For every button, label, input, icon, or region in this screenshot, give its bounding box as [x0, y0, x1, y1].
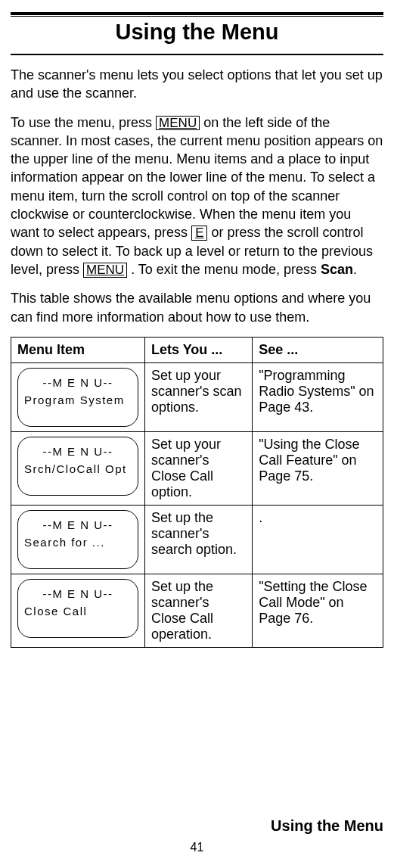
- scan-key-label: Scan: [321, 262, 353, 277]
- cell-lcd: --M E N U-- Srch/CloCall Opt: [11, 431, 145, 505]
- intro-paragraph-2: To use the menu, press MENU on the left …: [11, 114, 383, 279]
- cell-lets-you: Set up the scanner's Close Call operatio…: [145, 574, 253, 647]
- p2-mid1: on the left side of the scanner. In most…: [11, 115, 383, 241]
- lcd-line-2: Srch/CloCall Opt: [24, 462, 132, 475]
- page-title: Using the Menu: [116, 20, 279, 44]
- table-row: --M E N U-- Close Call Set up the scanne…: [11, 574, 383, 647]
- menu-options-table: Menu Item Lets You ... See ... --M E N U…: [11, 337, 383, 648]
- lcd-display: --M E N U-- Close Call: [17, 579, 138, 638]
- menu-key-icon-2: MENU: [83, 263, 127, 278]
- e-key-icon: E: [191, 226, 207, 241]
- lcd-line-1: --M E N U--: [24, 445, 132, 458]
- lcd-display: --M E N U-- Search for ...: [17, 510, 138, 569]
- p2-suffix: .: [353, 262, 357, 277]
- lcd-line-2: Search for ...: [24, 536, 132, 549]
- cell-see: .: [253, 505, 383, 574]
- cell-lcd: --M E N U-- Program System: [11, 362, 145, 431]
- table-row: --M E N U-- Program System Set up your s…: [11, 362, 383, 431]
- lcd-line-1: --M E N U--: [24, 518, 132, 531]
- cell-lets-you: Set up your scanner's scan options.: [145, 362, 253, 431]
- running-footer: Using the Menu: [271, 817, 383, 835]
- cell-see: "Programming Radio Systems" on Page 43.: [253, 362, 383, 431]
- lcd-line-2: Program System: [24, 394, 132, 406]
- lcd-line-1: --M E N U--: [24, 587, 132, 600]
- lcd-display: --M E N U-- Program System: [17, 368, 138, 427]
- cell-see: "Setting the Close Call Mode" on Page 76…: [253, 574, 383, 647]
- page-title-inner: Using the Menu: [11, 16, 383, 45]
- lcd-display: --M E N U-- Srch/CloCall Opt: [17, 437, 138, 496]
- cell-lets-you: Set up the scanner's search option.: [145, 505, 253, 574]
- p2-prefix: To use the menu, press: [11, 115, 156, 130]
- table-header-row: Menu Item Lets You ... See ...: [11, 337, 383, 362]
- col-lets-you: Lets You ...: [145, 337, 253, 362]
- lcd-line-2: Close Call: [24, 605, 132, 618]
- col-menu-item: Menu Item: [11, 337, 145, 362]
- cell-lcd: --M E N U-- Search for ...: [11, 505, 145, 574]
- page-title-bar: Using the Menu: [11, 12, 383, 55]
- menu-key-icon: MENU: [156, 116, 200, 131]
- intro-paragraph-3: This table shows the available menu opti…: [11, 289, 383, 326]
- lcd-line-1: --M E N U--: [24, 376, 132, 389]
- p2-mid3: . To exit the menu mode, press: [131, 262, 321, 277]
- cell-see: "Using the Close Call Feature" on Page 7…: [253, 431, 383, 505]
- cell-lcd: --M E N U-- Close Call: [11, 574, 145, 647]
- col-see: See ...: [253, 337, 383, 362]
- intro-paragraph-1: The scanner's menu lets you select optio…: [11, 66, 383, 103]
- table-row: --M E N U-- Search for ... Set up the sc…: [11, 505, 383, 574]
- cell-lets-you: Set up your scanner's Close Call option.: [145, 431, 253, 505]
- table-row: --M E N U-- Srch/CloCall Opt Set up your…: [11, 431, 383, 505]
- page-number: 41: [0, 841, 394, 854]
